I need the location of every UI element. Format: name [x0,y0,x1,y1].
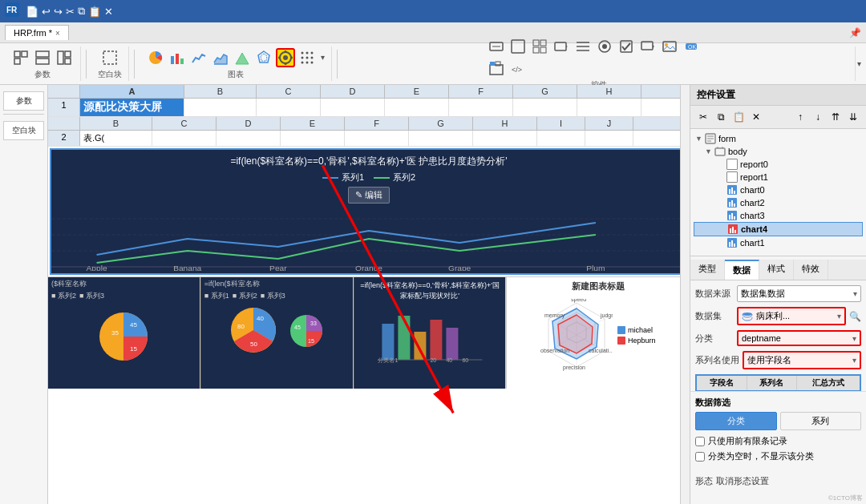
category-dropdown-icon[interactable]: ▾ [852,334,856,343]
controls-dropdown-icon[interactable]: ▾ [857,59,861,68]
ctrl-tab-icon[interactable] [487,58,506,78]
dataset-row: 数据集 病床利... ▾ 🔍 [695,307,861,325]
cell-I2[interactable] [537,131,585,146]
cell-A1[interactable]: 源配比决策大屏 [80,99,184,116]
mountain-chart-icon[interactable] [233,48,252,67]
tree-node-report1[interactable]: report1 [694,171,863,183]
tab-data[interactable]: 数据 [725,260,759,280]
series-dropdown-icon[interactable]: ▾ [852,356,856,365]
cell-F1[interactable] [449,99,513,116]
dataset-select[interactable]: 病床利... ▾ [737,307,846,325]
tree-node-form[interactable]: ▼ form [694,132,863,145]
dots-chart-icon[interactable] [297,48,317,67]
tree-node-chart4[interactable]: chart4 [694,222,863,236]
rp-delete-icon[interactable]: ✕ [748,109,764,125]
datasource-select[interactable]: 数据集数据 ▾ [737,285,861,302]
param-icon-3[interactable] [55,48,74,67]
settings-chart-icon[interactable] [276,48,295,67]
ctrl-html-icon[interactable]: </> [508,58,528,78]
redo-icon[interactable]: ↪ [54,6,63,18]
line-chart-area[interactable]: =if(len($科室名称)==0,'骨科',$科室名称)+'医 护患比月度趋势… [50,148,688,275]
ctrl-list-icon[interactable] [573,37,593,56]
datasource-dropdown-icon[interactable]: ▾ [853,289,857,298]
ctrl-check-icon[interactable] [617,37,636,56]
cell-D1[interactable] [321,99,385,116]
cell-G1[interactable] [513,99,577,116]
rp-top-icon[interactable]: ⇈ [828,109,844,125]
mini-chart-2[interactable]: =if(len($科室名称 ■ 系列1■ 系列2■ 系列3 80 40 50 [200,277,354,389]
new-icon[interactable]: 📄 [26,6,38,18]
dataset-dropdown-icon[interactable]: ▾ [837,312,841,321]
tree-node-chart2[interactable]: chart2 [694,196,863,209]
undo-icon[interactable]: ↩ [42,6,51,18]
filter-tab-category[interactable]: 分类 [695,412,777,430]
tab-hrp[interactable]: HRP.frm * × [5,25,69,40]
mini-chart-3[interactable]: =if(len($科室名称)==0,'骨科',$科室名称)+'国家标配与现状对比… [354,277,507,389]
cell-H1[interactable] [577,99,641,116]
cell-J2[interactable] [585,131,633,146]
empty-checkbox[interactable] [695,452,705,462]
cell-B1[interactable] [184,99,257,116]
tree-expand-form[interactable]: ▼ [695,135,702,143]
mini-chart-4[interactable]: 新建图表标题 [506,277,690,389]
pin-icon[interactable]: 📌 [849,27,861,38]
tab-effects[interactable]: 特效 [794,260,828,280]
tab-style[interactable]: 样式 [759,260,794,280]
rp-up-icon[interactable]: ↑ [792,109,808,125]
blank-label: 空白块 [98,69,122,80]
area-chart-icon[interactable] [211,48,230,67]
cell-F2[interactable] [345,131,409,146]
tree-node-body[interactable]: ▼ body [694,145,863,158]
cell-D2[interactable] [216,131,281,146]
param-icon-2[interactable] [33,48,52,67]
tab-type[interactable]: 类型 [690,260,725,280]
cell-B2[interactable]: 表.G( [80,131,152,146]
pie-chart-icon[interactable] [146,48,165,67]
bar-chart-icon[interactable] [168,48,187,67]
cell-C1[interactable] [257,99,321,116]
tree-node-chart3[interactable]: chart3 [694,209,863,222]
ctrl-combo-icon[interactable] [552,37,571,56]
line-chart-icon[interactable] [189,48,208,67]
mini-chart-1-label: ($科室名称 [48,277,200,291]
ctrl-radio-icon[interactable] [595,37,614,56]
limit-checkbox[interactable] [695,437,705,446]
ctrl-image-icon[interactable] [660,37,679,56]
rp-copy-icon[interactable]: ⧉ [713,109,729,125]
ctrl-grid-icon[interactable] [530,37,549,56]
cell-H2[interactable] [473,131,537,146]
cell-E2[interactable] [281,131,345,146]
radar-chart-icon[interactable] [254,48,273,67]
filter-tab-series[interactable]: 系列 [780,412,862,430]
tab-close-icon[interactable]: × [55,29,60,38]
ctrl-text-icon[interactable] [487,37,506,56]
tree-expand-body[interactable]: ▼ [705,147,712,155]
chart-edit-button[interactable]: ✎ 编辑 [348,187,390,204]
dataset-search-icon[interactable]: 🔍 [849,311,861,322]
cell-G2[interactable] [409,131,473,146]
tree-node-chart0[interactable]: chart0 [694,183,863,196]
chart-dropdown-icon[interactable]: ▾ [321,53,325,62]
cell-C2[interactable] [152,131,216,146]
ctrl-btn-icon[interactable]: OK [682,37,701,56]
tree-node-report0[interactable]: report0 [694,158,863,171]
ctrl-dropdown-icon[interactable] [638,37,658,56]
category-select[interactable]: deptname ▾ [737,330,861,346]
param-icon-1[interactable] [11,48,30,67]
copy-icon[interactable]: ⧉ [78,5,85,18]
svg-text:judgment: judgment [600,312,613,319]
tree-node-chart1[interactable]: chart1 [694,236,863,249]
rp-paste-icon[interactable]: 📋 [730,109,747,125]
series-select[interactable]: 使用字段名 ▾ [743,351,861,369]
mini-chart-1[interactable]: ($科室名称 ■ 系列2■ 系列3 35 45 15 [48,277,200,389]
rp-down-icon[interactable]: ↓ [810,109,826,125]
blank-block-icon[interactable] [100,48,119,67]
delete-icon[interactable]: ✕ [104,6,113,18]
rp-bottom-icon[interactable]: ⇊ [845,109,861,125]
cell-E1[interactable] [385,99,449,116]
ctrl-box-icon[interactable] [508,37,528,56]
paste-icon[interactable]: 📋 [88,6,101,18]
vertical-scrollbar[interactable] [680,85,690,504]
cut-icon[interactable]: ✂ [66,6,75,18]
rp-cut-icon[interactable]: ✂ [695,109,711,125]
